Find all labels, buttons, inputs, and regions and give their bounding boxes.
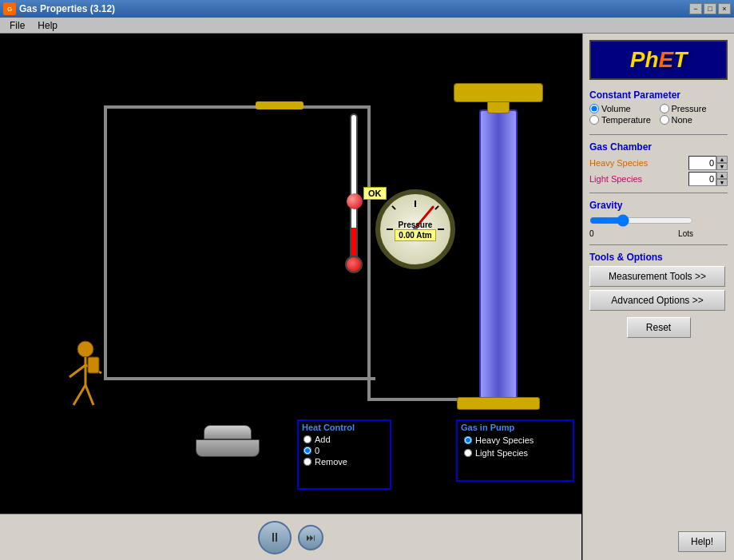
help-area: Help! bbox=[583, 547, 734, 560]
svg-rect-4 bbox=[88, 357, 99, 373]
light-species-input[interactable] bbox=[688, 172, 716, 186]
pump-handle bbox=[454, 83, 543, 102]
menu-bar: File Help bbox=[0, 18, 734, 34]
pressure-radio[interactable] bbox=[660, 104, 669, 113]
svg-point-0 bbox=[77, 341, 93, 357]
burner-base bbox=[196, 439, 260, 457]
thermometer-fill bbox=[351, 228, 356, 256]
tick-tl bbox=[391, 205, 396, 210]
light-spin-up[interactable]: ▲ bbox=[716, 172, 728, 179]
volume-label: Volume bbox=[601, 104, 631, 113]
heat-value-row: 0 bbox=[299, 445, 390, 456]
gravity-slider-container: 0 Lots bbox=[589, 214, 693, 238]
heavy-spin-control: ▲ ▼ bbox=[688, 156, 728, 170]
pressure-gauge: Pressure 0.00 Atm bbox=[375, 189, 455, 269]
file-menu[interactable]: File bbox=[3, 18, 31, 33]
none-radio[interactable] bbox=[660, 115, 669, 125]
gravity-title: Gravity bbox=[589, 200, 728, 211]
heat-control-title: Heat Control bbox=[299, 421, 390, 434]
tube-curve bbox=[367, 337, 495, 401]
gravity-slider[interactable] bbox=[589, 214, 693, 227]
title-bar: G Gas Properties (3.12) − □ × bbox=[0, 0, 734, 18]
measurement-tools-button[interactable]: Measurement Tools >> bbox=[589, 266, 725, 287]
gravity-max-label: Lots bbox=[678, 229, 693, 238]
burner-top bbox=[204, 425, 252, 439]
light-species-row: Light Species ▲ ▼ bbox=[589, 172, 728, 186]
figure bbox=[58, 337, 113, 419]
pump-base bbox=[457, 397, 540, 410]
chamber-top-left bbox=[104, 105, 367, 109]
main-container: OK Pressure 0.00 Atm bbox=[0, 34, 734, 560]
heat-zero-radio[interactable] bbox=[304, 447, 311, 455]
gas-pump-title: Gas in Pump bbox=[458, 421, 573, 434]
help-button[interactable]: Help! bbox=[678, 531, 726, 552]
bunsen-burner bbox=[204, 425, 260, 457]
heat-remove-row: Remove bbox=[299, 456, 390, 467]
reset-button[interactable]: Reset bbox=[627, 317, 691, 338]
phet-logo: PhET bbox=[589, 40, 728, 80]
phet-logo-text: PhET bbox=[630, 47, 688, 73]
gravity-min-label: 0 bbox=[589, 229, 594, 238]
volume-option: Volume bbox=[589, 104, 658, 113]
heavy-species-input[interactable] bbox=[688, 156, 716, 170]
close-button[interactable]: × bbox=[718, 3, 731, 14]
help-menu[interactable]: Help bbox=[31, 18, 64, 33]
heat-zero-label: 0 bbox=[315, 446, 319, 455]
gas-chamber-section: Gas Chamber Heavy Species ▲ ▼ Light Spec… bbox=[583, 138, 734, 189]
window-title: Gas Properties (3.12) bbox=[19, 3, 689, 14]
bottom-bar: ⏸ ⏭ bbox=[0, 514, 581, 560]
minimize-button[interactable]: − bbox=[689, 3, 702, 14]
heavy-spin-buttons: ▲ ▼ bbox=[716, 156, 728, 170]
chamber-right bbox=[367, 105, 371, 377]
gas-in-pump-box: Gas in Pump Heavy Species Light Species bbox=[456, 419, 574, 482]
gauge-face: Pressure 0.00 Atm bbox=[375, 189, 455, 269]
heavy-species-label: Heavy Species bbox=[589, 158, 648, 168]
light-spin-control: ▲ ▼ bbox=[688, 172, 728, 186]
gravity-section: Gravity 0 Lots bbox=[583, 197, 734, 241]
temperature-radio[interactable] bbox=[589, 115, 599, 125]
pressure-option: Pressure bbox=[660, 104, 728, 113]
divider-1 bbox=[589, 134, 728, 135]
svg-line-5 bbox=[73, 385, 85, 405]
step-button[interactable]: ⏭ bbox=[298, 525, 323, 550]
tick-left bbox=[387, 228, 393, 230]
gas-pump-heavy-row: Heavy Species bbox=[458, 434, 573, 447]
gauge-label: Pressure bbox=[399, 220, 433, 229]
heat-remove-radio[interactable] bbox=[304, 458, 311, 466]
divider-2 bbox=[589, 193, 728, 193]
heavy-species-row: Heavy Species ▲ ▼ bbox=[589, 156, 728, 170]
chamber-left bbox=[104, 105, 107, 377]
phet-t: T bbox=[673, 47, 687, 72]
heat-control-box: Heat Control Add 0 Remove bbox=[297, 419, 391, 490]
chamber-bottom bbox=[104, 377, 375, 380]
pressure-label: Pressure bbox=[672, 104, 707, 113]
piston-handle bbox=[256, 101, 304, 109]
heat-add-radio[interactable] bbox=[304, 435, 311, 443]
light-spin-buttons: ▲ ▼ bbox=[716, 172, 728, 186]
heat-remove-label: Remove bbox=[315, 457, 347, 467]
heavy-spin-down[interactable]: ▼ bbox=[716, 163, 728, 170]
volume-radio[interactable] bbox=[589, 104, 599, 113]
maximize-button[interactable]: □ bbox=[704, 3, 716, 14]
simulation-area: OK Pressure 0.00 Atm bbox=[0, 34, 582, 560]
advanced-options-button[interactable]: Advanced Options >> bbox=[589, 290, 725, 311]
divider-3 bbox=[589, 244, 728, 245]
gas-pump-light-radio[interactable] bbox=[464, 449, 472, 457]
piston-indicator bbox=[347, 193, 363, 209]
svg-line-6 bbox=[85, 385, 93, 405]
constant-parameter-section: Constant Parameter Volume Pressure Tempe… bbox=[583, 86, 734, 131]
temperature-label: Temperature bbox=[601, 115, 651, 125]
heavy-spin-up[interactable]: ▲ bbox=[716, 156, 728, 163]
tick-right bbox=[438, 228, 444, 230]
light-spin-down[interactable]: ▼ bbox=[716, 179, 728, 186]
svg-line-2 bbox=[69, 365, 85, 377]
tick-top bbox=[415, 201, 416, 207]
tools-options-title: Tools & Options bbox=[589, 252, 728, 263]
heat-add-row: Add bbox=[299, 434, 390, 445]
app-icon: G bbox=[3, 2, 16, 15]
pause-button[interactable]: ⏸ bbox=[258, 521, 292, 554]
none-label: None bbox=[672, 115, 692, 125]
slider-labels: 0 Lots bbox=[589, 229, 693, 238]
gas-pump-heavy-radio[interactable] bbox=[464, 436, 472, 444]
gas-chamber-title: Gas Chamber bbox=[589, 141, 728, 153]
